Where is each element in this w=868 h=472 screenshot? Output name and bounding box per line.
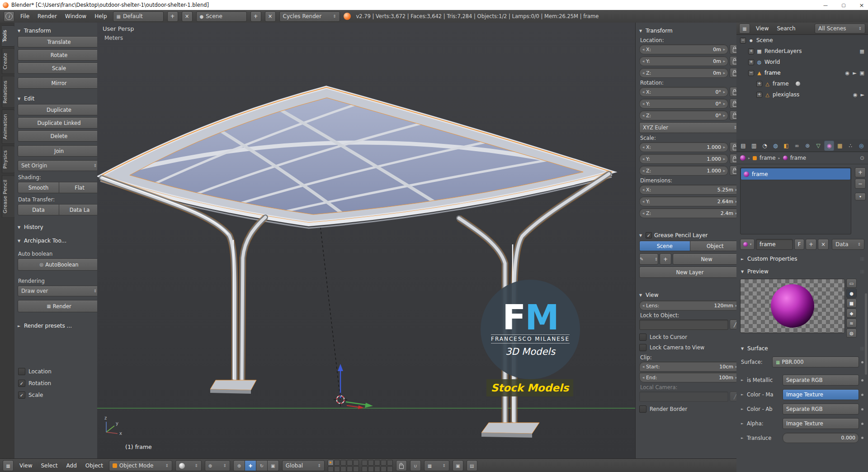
- increment-icon[interactable]: ▸: [722, 145, 726, 149]
- menu-help[interactable]: Help: [92, 13, 109, 19]
- gp-new-button[interactable]: New: [673, 253, 741, 265]
- decrement-icon[interactable]: ◂: [642, 199, 645, 204]
- expander-icon[interactable]: ►: [741, 393, 745, 396]
- decrement-icon[interactable]: ◂: [642, 59, 645, 63]
- expander-icon[interactable]: ►: [741, 422, 745, 425]
- location-z-field[interactable]: ◂Z:0m▸: [639, 68, 728, 78]
- checkbox-checked[interactable]: ✓: [18, 380, 25, 387]
- decrement-icon[interactable]: ◂: [642, 113, 645, 118]
- outliner-row-plexiglass[interactable]: + △ plexiglass ◉ ►: [736, 89, 868, 100]
- checkbox-checked[interactable]: ✓: [18, 391, 25, 399]
- expand-icon[interactable]: −: [740, 38, 746, 43]
- rotate-button[interactable]: Rotate: [18, 49, 100, 61]
- tab-particles[interactable]: ∴: [846, 140, 856, 151]
- increment-icon[interactable]: ▸: [722, 113, 726, 118]
- location-y-field[interactable]: ◂Y:0m▸: [639, 56, 728, 66]
- decrement-icon[interactable]: ◂: [642, 168, 645, 173]
- scale-button[interactable]: Scale: [18, 62, 100, 74]
- scale-y-field[interactable]: ◂Y:1.000▸: [639, 154, 728, 164]
- tab-render[interactable]: ▤: [738, 140, 748, 151]
- expand-icon[interactable]: +: [756, 81, 762, 87]
- render-button[interactable]: ▦ Render: [18, 300, 100, 312]
- drag-dots-icon[interactable]: ⣿⣿: [860, 270, 863, 274]
- expand-icon[interactable]: +: [748, 59, 754, 65]
- layer-cell[interactable]: [381, 460, 387, 466]
- render-engine-dropdown[interactable]: Cycles Render ⇕: [279, 11, 340, 22]
- outliner-row-renderlayers[interactable]: + ▦ RenderLayers ▦: [736, 46, 868, 57]
- gp-add-button[interactable]: +: [660, 253, 671, 265]
- add-scene-button[interactable]: +: [250, 11, 261, 22]
- scale-option[interactable]: ✓ Scale: [18, 389, 99, 401]
- rotation-y-field[interactable]: ◂Y:0°▸: [639, 99, 728, 109]
- duplicate-linked-button[interactable]: Duplicate Linked: [18, 117, 100, 129]
- expander-icon[interactable]: ►: [741, 436, 745, 440]
- material-name-field[interactable]: frame: [756, 239, 793, 250]
- opengl-render-button[interactable]: ▣: [453, 460, 463, 471]
- tab-material[interactable]: ◉: [824, 140, 834, 151]
- layer-widget[interactable]: [328, 460, 393, 472]
- duplicate-button[interactable]: Duplicate: [18, 104, 100, 115]
- grease-pencil-header[interactable]: ▼ ✓ Grease Pencil Layer ⣿⣿: [639, 231, 741, 240]
- tab-object-data[interactable]: ▽: [813, 140, 823, 151]
- expand-icon[interactable]: −: [748, 70, 754, 76]
- add-layout-button[interactable]: +: [167, 11, 178, 22]
- slot-specials-button[interactable]: ▾: [855, 193, 866, 200]
- viewport-canvas[interactable]: xyz User Persp Meters (1) frame FM FRANC…: [97, 23, 635, 458]
- clip-start-field[interactable]: ◂Start:10cm▸: [639, 362, 741, 372]
- checkbox-unchecked[interactable]: [639, 334, 646, 341]
- checkbox-unchecked[interactable]: [639, 344, 646, 351]
- surface-panel-header[interactable]: ▼ Surface ⣿⣿: [741, 344, 863, 353]
- lock-to-cursor-option[interactable]: Lock to Cursor: [639, 332, 741, 342]
- material-slot-list[interactable]: frame: [740, 167, 851, 234]
- increment-icon[interactable]: ▸: [722, 59, 726, 63]
- outliner-row-world[interactable]: + ◍ World: [736, 57, 868, 67]
- decrement-icon[interactable]: ◂: [642, 187, 645, 192]
- alpha-value-button[interactable]: Image Texture: [783, 418, 859, 429]
- menu-search[interactable]: Search: [774, 25, 797, 32]
- layer-cell[interactable]: [340, 466, 346, 472]
- layer-cell[interactable]: [340, 460, 346, 466]
- remove-layout-button[interactable]: ×: [182, 11, 193, 22]
- decrement-icon[interactable]: ◂: [642, 71, 645, 75]
- translate-manipulator-button[interactable]: ✚: [245, 460, 256, 471]
- gp-new-layer-button[interactable]: New Layer: [639, 267, 741, 278]
- selectability-icon[interactable]: ►: [853, 70, 856, 76]
- tab-constraints[interactable]: ∞: [792, 140, 802, 151]
- data-dropdown[interactable]: Data ⇕: [832, 239, 864, 250]
- screen-layout-selector[interactable]: ▦ Default: [113, 11, 164, 22]
- increment-icon[interactable]: ▸: [722, 47, 726, 52]
- decrement-icon[interactable]: ◂: [642, 211, 645, 215]
- layer-cell[interactable]: [374, 460, 380, 466]
- manipulator-toggle-button[interactable]: ⊕: [233, 460, 245, 471]
- surface-value-button[interactable]: ▦ PBR.000: [772, 357, 859, 367]
- menu-view[interactable]: View: [17, 462, 35, 469]
- autoboolean-button[interactable]: ◎ AutoBoolean: [18, 258, 100, 271]
- layer-cell[interactable]: [328, 466, 334, 472]
- translate-button[interactable]: Translate: [18, 36, 100, 48]
- viewport-shading-dropdown[interactable]: ⇕: [175, 460, 202, 471]
- snap-toggle-button[interactable]: ∪: [410, 460, 421, 471]
- draw-over-dropdown[interactable]: Draw over ⇕: [18, 286, 100, 296]
- shade-flat-button[interactable]: Flat: [59, 182, 100, 193]
- animate-dot[interactable]: [861, 437, 863, 439]
- decrement-icon[interactable]: ◂: [642, 364, 645, 369]
- layer-cell[interactable]: [347, 460, 353, 466]
- menu-object[interactable]: Object: [83, 462, 106, 469]
- menu-add[interactable]: Add: [64, 462, 80, 469]
- decrement-icon[interactable]: ◂: [642, 375, 645, 380]
- restore-button[interactable]: ▢: [835, 0, 853, 10]
- tab-animation[interactable]: Animation: [2, 110, 14, 144]
- scene-selector[interactable]: ● Scene: [196, 11, 247, 22]
- tab-modifiers[interactable]: ⊛: [803, 140, 813, 151]
- tab-render-layers[interactable]: ▥: [749, 140, 759, 151]
- checkbox-unchecked[interactable]: [18, 368, 25, 375]
- tab-scene[interactable]: ◔: [760, 140, 770, 151]
- decrement-icon[interactable]: ◂: [642, 145, 645, 149]
- tab-physics[interactable]: Physics: [2, 146, 14, 173]
- history-panel-header[interactable]: ▼ History ⣿⣿: [18, 223, 100, 232]
- tab-texture[interactable]: ▦: [835, 140, 845, 151]
- preview-flat-button[interactable]: ▭: [846, 279, 857, 288]
- decrement-icon[interactable]: ◂: [642, 303, 645, 308]
- tab-physics[interactable]: ◎: [856, 140, 866, 151]
- transform-header[interactable]: ▼ Transform ⣿⣿: [639, 26, 741, 35]
